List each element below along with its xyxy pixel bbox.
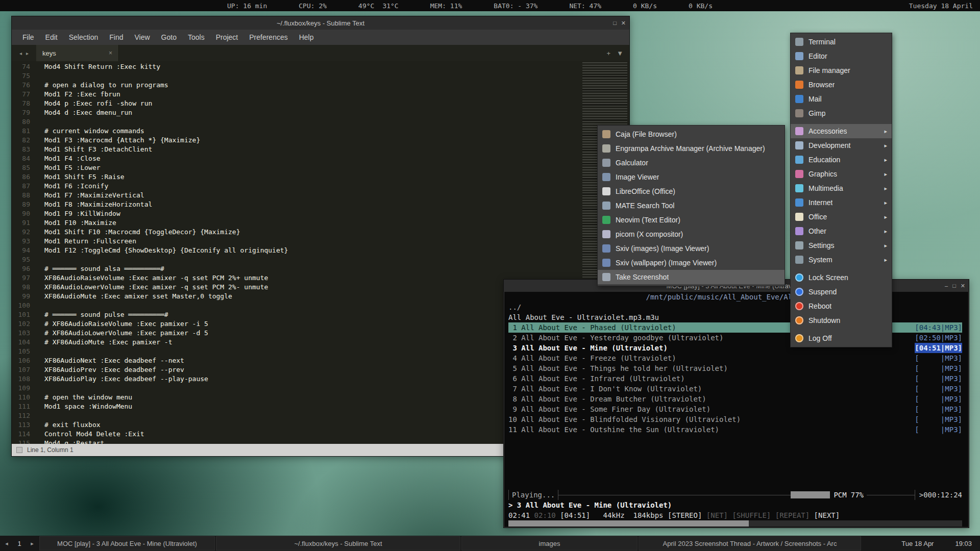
taskbar-task[interactable]: MOC [play] - 3 All About Eve - Mine (Ult…	[39, 536, 215, 550]
menu-item-sxiv-wallpaper-image-viewer[interactable]: Sxiv (wallpaper) (Image Viewer)	[598, 256, 785, 270]
menu-item-editor[interactable]: Editor	[791, 49, 892, 63]
code-line[interactable]: 94Mod1 F12 :ToggleCmd {ShowDesktop} {DeI…	[12, 246, 629, 255]
menu-file[interactable]: File	[17, 33, 40, 41]
code-line[interactable]: 93Mod1 Return :Fullscreen	[12, 237, 629, 246]
code-line[interactable]: 89Mod1 F8 :MaximizeHorizontal	[12, 200, 629, 209]
track-time: [02:50|MP3]	[915, 333, 962, 343]
playlist-track[interactable]: 5 All About Eve - Things he told her (Ul…	[508, 363, 962, 373]
code-line[interactable]: 87Mod1 F6 :Iconify	[12, 182, 629, 191]
code-line[interactable]: 75	[12, 71, 629, 81]
menu-item-accessories[interactable]: Accessories▸	[791, 124, 892, 138]
code-line[interactable]: 90Mod1 F9 :KillWindow	[12, 209, 629, 218]
menu-item-take-screenshot[interactable]: Take Screenshot	[598, 270, 785, 284]
playlist-track[interactable]: 3 All About Eve - Mine (Ultraviolet)[04:…	[508, 343, 962, 353]
workspace-next-button[interactable]: ▸	[26, 536, 39, 551]
new-tab-button[interactable]: +	[607, 49, 611, 57]
code-line[interactable]: 95	[12, 255, 629, 264]
playlist-track[interactable]: 11 All About Eve - Outshine the Sun (Ult…	[508, 424, 962, 435]
playlist-track[interactable]: 4 All About Eve - Freeze (Ultraviolet)[ …	[508, 353, 962, 363]
taskbar-task[interactable]: April 2023 Screenshot Thread - Artwork /…	[639, 536, 861, 550]
menu-item-settings[interactable]: Settings▸	[791, 238, 892, 253]
menu-item-image-viewer[interactable]: Image Viewer	[598, 170, 785, 184]
menu-item-multimedia[interactable]: Multimedia▸	[791, 181, 892, 195]
menu-item-terminal[interactable]: Terminal	[791, 35, 892, 49]
code-line[interactable]: 92Mod1 Shift F10 :Macrocmd {ToggleDecor}…	[12, 228, 629, 237]
menu-project[interactable]: Project	[210, 33, 244, 41]
menu-item-mail[interactable]: Mail	[791, 92, 892, 106]
menu-item-label: Neovim (Text Editor)	[616, 216, 680, 224]
tab-overflow-button[interactable]: ▼	[617, 49, 623, 57]
submenu-arrow-icon: ▸	[884, 257, 887, 263]
code-line[interactable]: 76# open a dialog to run programs	[12, 81, 629, 90]
code-line[interactable]: 82Mod1 F3 :Macrocmd {Attach *} {Maximize…	[12, 136, 629, 145]
menu-item-office[interactable]: Office▸	[791, 210, 892, 224]
playlist-track[interactable]: 7 All About Eve - I Don't Know (Ultravio…	[508, 384, 962, 394]
menu-item-browser[interactable]: Browser	[791, 78, 892, 92]
menu-item-caja-file-browser[interactable]: Caja (File Browser)	[598, 127, 785, 141]
code-line[interactable]: 77Mod1 F2 :Exec fbrun	[12, 90, 629, 99]
menu-item-gimp[interactable]: Gimp	[791, 106, 892, 120]
playlist-track[interactable]: 8 All About Eve - Dream Butcher (Ultravi…	[508, 394, 962, 404]
menu-item-libreoffice-office[interactable]: LibreOffice (Office)	[598, 184, 785, 198]
taskbar-task[interactable]: ~/.fluxbox/keys - Sublime Text	[216, 536, 460, 550]
code-line[interactable]: 83Mod1 Shift F3 :DetachClient	[12, 145, 629, 154]
menu-find[interactable]: Find	[104, 33, 129, 41]
menu-item-education[interactable]: Education▸	[791, 153, 892, 167]
code-line[interactable]: 96# ══════ sound alsa ═════════#	[12, 264, 629, 273]
tab-keys[interactable]: keys ×	[36, 45, 119, 61]
menu-item-neovim-text-editor[interactable]: Neovim (Text Editor)	[598, 213, 785, 227]
menu-item-engrampa-archive-manager-archive-manager[interactable]: Engrampa Archive Manager (Archive Manage…	[598, 141, 785, 156]
menu-edit[interactable]: Edit	[40, 33, 63, 41]
menu-tools[interactable]: Tools	[182, 33, 210, 41]
moc-parent-dir[interactable]: ../	[504, 302, 968, 312]
playlist-track[interactable]: 6 All About Eve - Infrared (Ultraviolet)…	[508, 373, 962, 384]
code-line[interactable]: 88Mod1 F7 :MaximizeVertical	[12, 191, 629, 200]
code-line[interactable]: 86Mod1 Shift F5 :Raise	[12, 172, 629, 182]
maximize-button[interactable]: □	[952, 283, 956, 289]
desktop[interactable]: UP: 16 minCPU: 2%49°C31°CMEM: 11%BAT0: -…	[0, 0, 980, 551]
close-button[interactable]: ✕	[961, 283, 965, 289]
menu-item-file-manager[interactable]: File manager	[791, 63, 892, 78]
menu-item-galculator[interactable]: Galculator	[598, 156, 785, 170]
playlist-track[interactable]: 10 All About Eve - Blindfolded Visionary…	[508, 414, 962, 424]
code-line[interactable]: 79Mod4 d :Exec dmenu_run	[12, 108, 629, 117]
code-line[interactable]: 80	[12, 117, 629, 127]
menu-item-other[interactable]: Other▸	[791, 224, 892, 238]
menu-selection[interactable]: Selection	[63, 33, 104, 41]
maximize-button[interactable]: □	[613, 20, 617, 26]
menu-item-suspend[interactable]: Suspend	[791, 285, 892, 299]
workspace-prev-button[interactable]: ◂	[0, 536, 13, 551]
tab-scroll-left-icon[interactable]: ◂	[19, 51, 22, 56]
close-button[interactable]: ✕	[621, 20, 626, 27]
menu-view[interactable]: View	[129, 33, 156, 41]
playlist-track[interactable]: 2 All About Eve - Yesterday goodbye (Ult…	[508, 333, 962, 343]
menu-preferences[interactable]: Preferences	[243, 33, 293, 41]
sublime-titlebar[interactable]: ~/.fluxbox/keys - Sublime Text □ ✕	[12, 16, 629, 30]
playlist-track[interactable]: 9 All About Eve - Some Finer Day (Ultrav…	[508, 404, 962, 414]
menu-item-lock-screen[interactable]: Lock Screen	[791, 270, 892, 285]
menu-item-reboot[interactable]: Reboot	[791, 299, 892, 313]
menu-item-log-off[interactable]: Log Off	[791, 331, 892, 345]
menu-item-system[interactable]: System▸	[791, 253, 892, 267]
playlist-track[interactable]: 1 All About Eve - Phased (Ultraviolet)[0…	[508, 322, 962, 333]
menu-item-development[interactable]: Development▸	[791, 138, 892, 153]
moc-playlist-file[interactable]: All About Eve - Ultraviolet.mp3.m3u	[504, 312, 968, 322]
code-line[interactable]: 81# current window commands	[12, 127, 629, 136]
menu-help[interactable]: Help	[293, 33, 320, 41]
menu-item-shutdown[interactable]: Shutdown	[791, 313, 892, 328]
code-line[interactable]: 91Mod1 F10 :Maximize	[12, 218, 629, 228]
menu-item-internet[interactable]: Internet▸	[791, 195, 892, 210]
taskbar-task[interactable]: images	[461, 536, 638, 550]
menu-item-mate-search-tool[interactable]: MATE Search Tool	[598, 198, 785, 213]
code-line[interactable]: 74Mod4 Shift Return :Exec kitty	[12, 62, 629, 71]
iconify-button[interactable]: –	[945, 283, 948, 289]
code-line[interactable]: 78Mod4 p :Exec rofi -show run	[12, 99, 629, 108]
menu-goto[interactable]: Goto	[156, 33, 182, 41]
code-line[interactable]: 84Mod1 F4 :Close	[12, 154, 629, 163]
menu-item-picom-x-compositor[interactable]: picom (X compositor)	[598, 227, 785, 241]
tab-close-icon[interactable]: ×	[109, 49, 112, 57]
tab-scroll-right-icon[interactable]: ▸	[26, 51, 29, 56]
menu-item-sxiv-images-image-viewer[interactable]: Sxiv (images) (Image Viewer)	[598, 241, 785, 256]
code-line[interactable]: 85Mod1 F5 :Lower	[12, 163, 629, 172]
menu-item-graphics[interactable]: Graphics▸	[791, 167, 892, 181]
